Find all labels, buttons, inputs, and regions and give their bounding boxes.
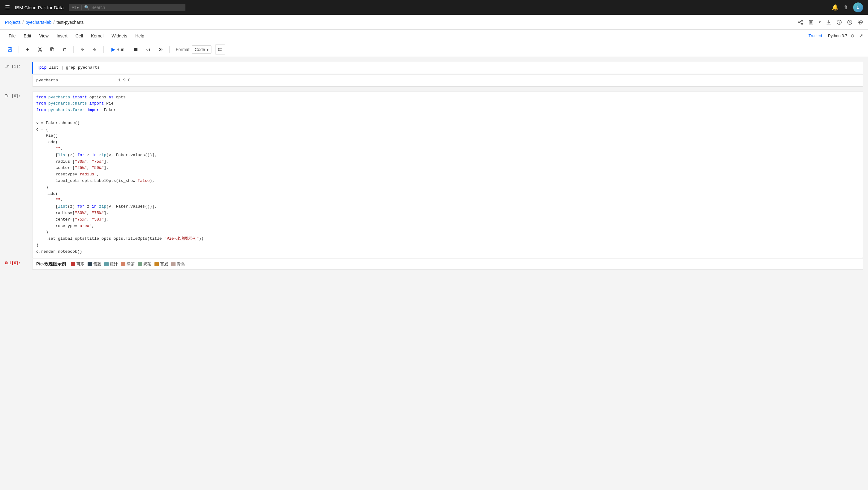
chevron-down-action-icon[interactable]: ▾ [819, 20, 821, 25]
cell-6-output-label: Out[6]: [5, 259, 30, 265]
cell-6: In [6]: from pyecharts import options as… [5, 92, 863, 258]
paste-button[interactable] [60, 44, 70, 55]
breadcrumb-projects[interactable]: Projects [5, 20, 21, 25]
cell-1-container: In [1]: !pip list | grep pyecharts pyech… [5, 62, 863, 87]
search-dropdown[interactable]: All ▾ [70, 5, 81, 10]
copy-button[interactable] [48, 44, 57, 55]
legend-item: 可乐 [71, 261, 85, 267]
cell-6-body[interactable]: from pyecharts import options as opts fr… [32, 92, 863, 258]
cell-1-output-label [5, 74, 30, 77]
legend-label: 绿茶 [127, 261, 135, 267]
breadcrumb: Projects / pyecharts-lab / test-pyechart… [5, 20, 84, 25]
svg-rect-11 [858, 21, 860, 23]
svg-rect-5 [809, 21, 813, 24]
menu-widgets[interactable]: Widgets [108, 32, 131, 40]
search-icon: 🔍 [82, 5, 91, 10]
legend-item: 青岛 [171, 261, 185, 267]
legend-label: 橙汁 [110, 261, 118, 267]
format-chevron-icon: ▾ [207, 47, 209, 52]
legend-item: 奶茶 [138, 261, 151, 267]
run-triangle-icon: ▶ [112, 46, 115, 52]
legend-item: 百威 [154, 261, 168, 267]
info-icon[interactable] [836, 20, 842, 25]
svg-point-9 [839, 21, 839, 21]
legend-color [171, 262, 176, 266]
legend-label: 百威 [160, 261, 168, 267]
toolbar-format: Format Code ▾ [176, 45, 211, 54]
menu-right: Trusted | Python 3.7 ⤢ [809, 33, 863, 39]
svg-point-0 [801, 20, 803, 21]
breadcrumb-lab[interactable]: pyecharts-lab [25, 20, 52, 25]
menu-kernel[interactable]: Kernel [87, 32, 107, 40]
legend-color [71, 262, 75, 266]
trusted-label: Trusted [809, 33, 822, 38]
menu-view[interactable]: View [36, 32, 52, 40]
menu-bar: File Edit View Insert Cell Kernel Widget… [0, 30, 868, 42]
cell-6-output: Out[6]: Pie-玫瑰图示例 可乐雪碧橙汁绿茶奶茶百威青岛 [5, 259, 863, 270]
fast-forward-button[interactable] [156, 44, 165, 55]
brand-name: IBM Cloud Pak for Data [15, 5, 64, 10]
save-button[interactable] [5, 44, 15, 55]
cut-button[interactable] [35, 44, 45, 55]
fullscreen-icon[interactable]: ⤢ [859, 33, 863, 39]
legend-color [138, 262, 142, 266]
cell-1-body[interactable]: !pip list | grep pyecharts [32, 62, 863, 74]
keyboard-shortcut-button[interactable] [215, 44, 225, 55]
legend-color [154, 262, 159, 266]
menu-insert[interactable]: Insert [53, 32, 71, 40]
breadcrumb-current: test-pyecharts [56, 20, 84, 25]
svg-point-22 [38, 50, 39, 51]
cell-1-label: In [1]: [5, 62, 30, 69]
move-down-button[interactable] [90, 44, 100, 55]
menu-cell[interactable]: Cell [72, 32, 87, 40]
svg-rect-25 [63, 48, 66, 51]
kernel-status-indicator [851, 34, 854, 37]
menu-separator: | [824, 33, 825, 38]
brand-logo: IBM Cloud Pak for Data [15, 5, 64, 10]
share-nav-icon[interactable]: ⇧ [843, 4, 848, 11]
svg-rect-18 [9, 47, 11, 49]
menu-help[interactable]: Help [131, 32, 148, 40]
interrupt-button[interactable] [131, 44, 141, 55]
chart-legend: 可乐雪碧橙汁绿茶奶茶百威青岛 [71, 261, 185, 267]
legend-label: 奶茶 [143, 261, 151, 267]
legend-label: 青岛 [177, 261, 185, 267]
legend-color [88, 262, 92, 266]
avatar[interactable]: U [853, 2, 863, 12]
move-up-button[interactable] [78, 44, 87, 55]
breadcrumb-bar: Projects / pyecharts-lab / test-pyechart… [0, 15, 868, 30]
legend-item: 绿茶 [121, 261, 135, 267]
restart-button[interactable] [143, 44, 153, 55]
notebook-content: In [1]: !pip list | grep pyecharts pyech… [0, 57, 868, 490]
menu-edit[interactable]: Edit [20, 32, 35, 40]
search-input[interactable] [91, 5, 184, 10]
add-cell-button[interactable] [23, 44, 32, 55]
download-icon[interactable] [826, 20, 832, 25]
toolbar-sep-3 [103, 46, 104, 53]
toolbar-sep-1 [19, 46, 19, 53]
svg-point-23 [40, 50, 42, 51]
legend-item: 雪碧 [88, 261, 101, 267]
chart-title: Pie-玫瑰图示例 [36, 261, 66, 267]
share-action-icon[interactable] [798, 20, 803, 25]
svg-rect-6 [810, 23, 812, 24]
top-navbar: ☰ IBM Cloud Pak for Data All ▾ 🔍 🔔 ⇧ U [0, 0, 868, 15]
svg-rect-19 [9, 50, 11, 51]
format-dropdown[interactable]: Code ▾ [192, 45, 211, 54]
kernel-settings-icon[interactable] [858, 20, 863, 25]
nav-right-actions: 🔔 ⇧ U [832, 2, 863, 12]
menu-file[interactable]: File [5, 32, 20, 40]
history-icon[interactable] [847, 20, 852, 25]
notification-icon[interactable]: 🔔 [832, 4, 839, 11]
svg-rect-26 [134, 48, 137, 51]
legend-label: 可乐 [76, 261, 85, 267]
breadcrumb-sep-1: / [23, 20, 24, 25]
legend-color [104, 262, 108, 266]
save-version-icon[interactable] [808, 20, 814, 25]
run-button[interactable]: ▶ Run [107, 45, 128, 54]
format-label: Format [176, 47, 189, 52]
hamburger-menu-button[interactable]: ☰ [5, 4, 10, 11]
svg-point-1 [798, 22, 800, 23]
chevron-down-icon: ▾ [77, 5, 79, 10]
run-label: Run [116, 47, 124, 52]
